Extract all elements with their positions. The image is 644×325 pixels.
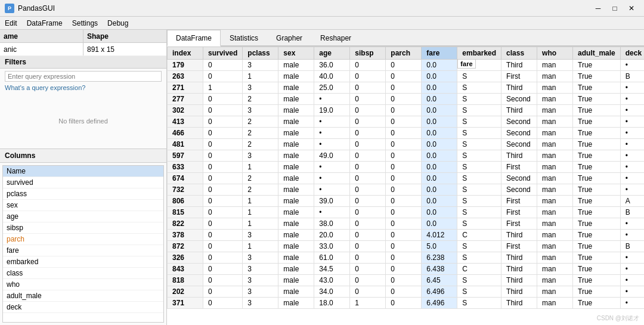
table-cell[interactable]: Third bbox=[501, 298, 537, 309]
table-cell[interactable]: 0 bbox=[350, 173, 386, 184]
column-item-embarked[interactable]: embarked bbox=[3, 256, 163, 268]
table-cell[interactable]: 34.5 bbox=[314, 264, 350, 275]
col-header-fare[interactable]: fare bbox=[422, 47, 457, 60]
table-cell[interactable]: 0.0 bbox=[422, 207, 457, 218]
table-cell[interactable]: male bbox=[278, 105, 314, 116]
table-cell[interactable]: 0 bbox=[203, 298, 243, 309]
table-cell[interactable]: 3 bbox=[243, 275, 278, 286]
table-cell[interactable]: 481 bbox=[168, 139, 203, 150]
table-cell[interactable]: • bbox=[620, 150, 644, 162]
table-cell[interactable]: S bbox=[457, 196, 501, 207]
table-cell[interactable]: man bbox=[537, 241, 573, 252]
table-cell[interactable]: 271 bbox=[168, 82, 203, 94]
table-cell[interactable]: man bbox=[537, 60, 573, 71]
table-cell[interactable]: • bbox=[620, 184, 644, 196]
table-cell[interactable]: First bbox=[501, 218, 537, 230]
table-cell[interactable]: • bbox=[620, 116, 644, 128]
table-cell[interactable]: male bbox=[278, 150, 314, 162]
col-header-adult-male[interactable]: adult_male bbox=[573, 47, 621, 60]
table-cell[interactable]: male bbox=[278, 184, 314, 196]
table-cell[interactable]: 0 bbox=[350, 105, 386, 116]
table-cell[interactable]: 466 bbox=[168, 128, 203, 139]
table-cell[interactable]: man bbox=[537, 286, 573, 298]
table-cell[interactable]: 0 bbox=[350, 218, 386, 230]
col-header-sibsp[interactable]: sibsp bbox=[350, 47, 386, 60]
table-cell[interactable]: • bbox=[314, 162, 350, 173]
table-cell[interactable]: 0.0 bbox=[422, 105, 457, 116]
table-cell[interactable]: 0 bbox=[350, 94, 386, 105]
table-cell[interactable]: • bbox=[314, 139, 350, 150]
menu-edit[interactable]: Edit bbox=[0, 17, 22, 29]
table-cell[interactable]: Third bbox=[501, 286, 537, 298]
column-item-class[interactable]: class bbox=[3, 268, 163, 279]
table-cell[interactable]: male bbox=[278, 275, 314, 286]
table-cell[interactable]: 0.0 bbox=[422, 196, 457, 207]
table-cell[interactable]: • bbox=[314, 94, 350, 105]
table-cell[interactable]: man bbox=[537, 150, 573, 162]
table-cell[interactable]: True bbox=[573, 286, 621, 298]
table-cell[interactable]: 3 bbox=[243, 252, 278, 264]
table-cell[interactable]: male bbox=[278, 162, 314, 173]
table-cell[interactable]: 0.0 bbox=[422, 60, 457, 71]
table-cell[interactable]: 0 bbox=[203, 207, 243, 218]
table-cell[interactable]: man bbox=[537, 207, 573, 218]
table-cell[interactable]: 0 bbox=[203, 241, 243, 252]
table-cell[interactable]: S bbox=[457, 252, 501, 264]
table-cell[interactable]: 2 bbox=[243, 94, 278, 105]
table-cell[interactable]: 0 bbox=[203, 286, 243, 298]
table-cell[interactable]: • bbox=[620, 139, 644, 150]
column-item-fare[interactable]: fare bbox=[3, 245, 163, 256]
table-cell[interactable]: 0 bbox=[386, 252, 422, 264]
table-cell[interactable]: man bbox=[537, 252, 573, 264]
table-cell[interactable]: S bbox=[457, 298, 501, 309]
table-cell[interactable]: male bbox=[278, 94, 314, 105]
table-cell[interactable]: 0.0 bbox=[422, 139, 457, 150]
table-cell[interactable]: 0 bbox=[203, 252, 243, 264]
table-cell[interactable]: • bbox=[620, 286, 644, 298]
col-header-index[interactable]: index bbox=[168, 47, 203, 60]
table-cell[interactable]: 0 bbox=[386, 150, 422, 162]
table-cell[interactable]: Second bbox=[501, 184, 537, 196]
table-cell[interactable]: 0 bbox=[386, 241, 422, 252]
table-cell[interactable]: male bbox=[278, 116, 314, 128]
table-cell[interactable]: man bbox=[537, 82, 573, 94]
menu-dataframe[interactable]: DataFrame bbox=[22, 17, 67, 29]
column-item-deck[interactable]: deck bbox=[3, 302, 163, 313]
column-item-sex[interactable]: sex bbox=[3, 200, 163, 211]
table-cell[interactable]: 0 bbox=[350, 150, 386, 162]
table-cell[interactable]: 0 bbox=[386, 128, 422, 139]
table-cell[interactable]: 0 bbox=[386, 162, 422, 173]
dataset-row[interactable]: anic 891 x 15 bbox=[0, 43, 166, 56]
table-cell[interactable]: 0 bbox=[203, 230, 243, 241]
table-cell[interactable]: • bbox=[620, 218, 644, 230]
table-cell[interactable]: 1 bbox=[243, 218, 278, 230]
table-cell[interactable]: 1 bbox=[203, 82, 243, 94]
table-cell[interactable]: Third bbox=[501, 150, 537, 162]
table-cell[interactable]: 0 bbox=[203, 128, 243, 139]
table-cell[interactable]: 3 bbox=[243, 264, 278, 275]
table-cell[interactable]: 0 bbox=[350, 162, 386, 173]
table-cell[interactable]: 371 bbox=[168, 298, 203, 309]
table-cell[interactable]: 633 bbox=[168, 162, 203, 173]
table-cell[interactable]: True bbox=[573, 94, 621, 105]
table-cell[interactable]: man bbox=[537, 71, 573, 82]
table-cell[interactable]: S bbox=[457, 60, 501, 71]
table-cell[interactable]: B bbox=[620, 241, 644, 252]
table-cell[interactable]: First bbox=[501, 162, 537, 173]
table-cell[interactable]: 3 bbox=[243, 60, 278, 71]
table-cell[interactable]: 818 bbox=[168, 275, 203, 286]
table-cell[interactable]: 0.0 bbox=[422, 150, 457, 162]
menu-settings[interactable]: Settings bbox=[67, 17, 103, 29]
table-cell[interactable]: 3 bbox=[243, 298, 278, 309]
table-cell[interactable]: 0 bbox=[386, 264, 422, 275]
table-cell[interactable]: First bbox=[501, 196, 537, 207]
col-header-parch[interactable]: parch bbox=[386, 47, 422, 60]
table-cell[interactable]: 39.0 bbox=[314, 196, 350, 207]
table-cell[interactable]: S bbox=[457, 173, 501, 184]
table-cell[interactable]: 0 bbox=[386, 60, 422, 71]
table-cell[interactable]: man bbox=[537, 218, 573, 230]
table-cell[interactable]: 0 bbox=[386, 196, 422, 207]
table-cell[interactable]: 0 bbox=[386, 230, 422, 241]
query-input[interactable] bbox=[5, 71, 162, 82]
table-cell[interactable]: B bbox=[620, 207, 644, 218]
